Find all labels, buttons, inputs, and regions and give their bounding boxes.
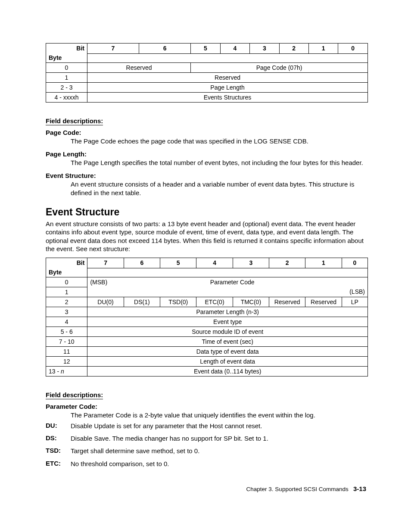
bit-col-1: 1: [308, 44, 338, 54]
field-parameter-code: Parameter Code: The Parameter Code is a …: [46, 403, 368, 419]
field-du: DU: Disable Update is set for any parame…: [46, 422, 368, 430]
event-type-cell: Event type: [87, 317, 368, 327]
field-event-structure: Event Structure: An event structure cons…: [46, 172, 368, 196]
table-row: Bit Byte 7 6 5 4 3 2 1 0: [46, 44, 368, 54]
bit-col-0: 0: [342, 258, 367, 268]
definition: The Page Length specifies the total numb…: [71, 159, 368, 167]
table-row: Bit Byte 7 6 5 4 3 2 1 0: [46, 258, 368, 268]
event-structure-paragraph: An event structure consists of two parts…: [46, 220, 368, 253]
table-row: 11 Data type of event data: [46, 346, 368, 356]
lsb-label: (LSB): [87, 287, 368, 297]
byte-3: 3: [46, 307, 87, 317]
table-row: 4 Event type: [46, 317, 368, 327]
byte-7-10: 7 - 10: [46, 336, 87, 346]
time-of-event-cell: Time of event (sec): [87, 336, 368, 346]
bit-col-5: 5: [160, 258, 196, 268]
byte-13-n: 13 - n: [46, 366, 87, 376]
definition: No threshold comparison, set to 0.: [71, 460, 368, 468]
byte-11: 11: [46, 346, 87, 356]
bit-col-4: 4: [220, 44, 249, 54]
field-tsd: TSD: Target shall determine save method,…: [46, 447, 368, 455]
byte-2-3: 2 - 3: [46, 83, 87, 93]
field-descriptions-list-2: Parameter Code: The Parameter Code is a …: [46, 403, 368, 468]
definition: An event structure consists of a header …: [71, 180, 368, 196]
events-structures-cell: Events Structures: [87, 93, 368, 103]
byte-label: Byte: [46, 268, 87, 277]
page-content: Bit Byte 7 6 5 4 3 2 1 0 0 Reserved Page…: [0, 0, 411, 510]
event-structure-heading: Event Structure: [46, 206, 368, 218]
definition: Disable Update is set for any parameter …: [71, 422, 368, 430]
byte-4: 4: [46, 317, 87, 327]
table-row: [46, 268, 368, 277]
table-row: 3 Parameter Length (n-3): [46, 307, 368, 317]
page-length-cell: Page Length: [87, 83, 368, 93]
parameter-code-cell: Parameter Code: [123, 277, 342, 287]
term: DU:: [46, 422, 71, 430]
table-row: 0 Reserved Page Code (07h): [46, 63, 368, 73]
page-code-cell: Page Code (07h): [191, 63, 368, 73]
msb-label: (MSB): [87, 277, 123, 287]
reserved-cell: Reserved: [87, 73, 368, 83]
bit-col-3: 3: [250, 44, 279, 54]
table-row: 2 DU(0) DS(1) TSD(0) ETC(0) TMC(0) Reser…: [46, 297, 368, 307]
field-descriptions-heading-2: Field descriptions:: [46, 391, 103, 399]
reserved-cell: Reserved: [305, 297, 342, 307]
du-cell: DU(0): [87, 297, 124, 307]
definition: The Parameter Code is a 2-byte value tha…: [71, 411, 368, 419]
reserved-cell: Reserved: [87, 63, 191, 73]
table-row: 7 - 10 Time of event (sec): [46, 336, 368, 346]
byte-0: 0: [46, 63, 87, 73]
bit-col-3: 3: [233, 258, 269, 268]
footer-page-number: 3-13: [353, 485, 366, 492]
bit-col-6: 6: [124, 258, 160, 268]
field-page-code: Page Code: The Page Code echoes the page…: [46, 129, 368, 145]
definition: Disable Save. The media changer has no s…: [71, 434, 368, 442]
footer-chapter: Chapter 3. Supported SCSI Commands: [246, 486, 349, 492]
bit-col-0: 0: [338, 44, 368, 54]
byte-2: 2: [46, 297, 87, 307]
definition: Target shall determine save method, set …: [71, 447, 368, 455]
table-row: 1 Reserved: [46, 73, 368, 83]
term: Event Structure:: [46, 172, 368, 179]
bit-col-7: 7: [87, 44, 139, 54]
page-footer: Chapter 3. Supported SCSI Commands 3-13: [46, 485, 368, 492]
term: TSD:: [46, 447, 71, 455]
byte-label: Byte: [46, 53, 87, 62]
lp-cell: LP: [342, 297, 367, 307]
field-descriptions-heading: Field descriptions:: [46, 117, 103, 125]
byte-5-6: 5 - 6: [46, 327, 87, 336]
table-row: 5 - 6 Source module ID of event: [46, 327, 368, 336]
tmc-cell: TMC(0): [233, 297, 269, 307]
length-event-data-cell: Length of event data: [87, 356, 368, 366]
tsd-cell: TSD(0): [160, 297, 196, 307]
bit-col-2: 2: [269, 258, 305, 268]
table-row: 13 - n Event data (0..114 bytes): [46, 366, 368, 376]
field-etc: ETC: No threshold comparison, set to 0.: [46, 460, 368, 468]
reserved-cell: Reserved: [269, 297, 305, 307]
etc-cell: ETC(0): [196, 297, 233, 307]
bit-label: Bit: [46, 258, 87, 268]
byte-1: 1: [46, 73, 87, 83]
field-descriptions-list-1: Page Code: The Page Code echoes the page…: [46, 129, 368, 197]
bit-col-5: 5: [191, 44, 220, 54]
term: ETC:: [46, 460, 71, 468]
bit-col-7: 7: [87, 258, 124, 268]
event-structure-table: Bit Byte 7 6 5 4 3 2 1 0 0 (MSB) Paramet…: [46, 258, 368, 376]
bit-col-4: 4: [196, 258, 233, 268]
ds-cell: DS(1): [124, 297, 160, 307]
table-row: 2 - 3 Page Length: [46, 83, 368, 93]
table-row: 0 (MSB) Parameter Code: [46, 277, 368, 287]
event-data-cell: Event data (0..114 bytes): [87, 366, 368, 376]
bit-label: Bit: [46, 44, 87, 53]
page-header-table: Bit Byte 7 6 5 4 3 2 1 0 0 Reserved Page…: [46, 43, 368, 103]
term: DS:: [46, 434, 71, 442]
term: Page Code:: [46, 129, 368, 136]
table-row: 4 - xxxxh Events Structures: [46, 93, 368, 103]
bit-col-1: 1: [305, 258, 342, 268]
byte-1: 1: [46, 287, 87, 297]
byte-0: 0: [46, 277, 87, 287]
definition: The Page Code echoes the page code that …: [71, 137, 368, 145]
byte-4-xxxx: 4 - xxxxh: [46, 93, 87, 103]
table-row: 12 Length of event data: [46, 356, 368, 366]
byte-12: 12: [46, 356, 87, 366]
